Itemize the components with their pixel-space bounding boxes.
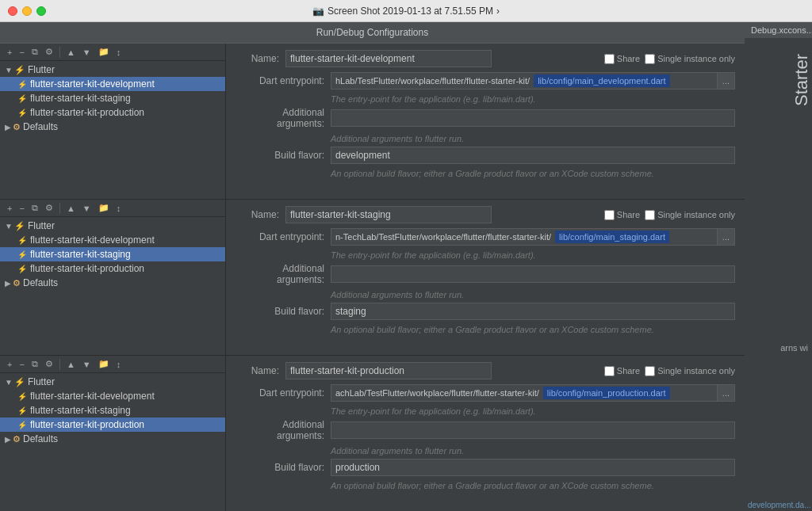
tree-defaults-3[interactable]: ▶ ⚙ Defaults [0,432,225,446]
share-checkbox-2[interactable]: Share [604,210,640,220]
add-button-3[interactable]: + [5,359,14,370]
remove-button-1[interactable]: − [17,47,26,58]
dart-path-highlight-1: lib/config/main_development.dart [534,74,669,87]
folder-button-2[interactable]: 📁 [96,202,112,214]
dart-path-highlight-2: lib/config/main_staging.dart [555,231,669,243]
single-instance-checkbox-3[interactable]: Single instance only [645,366,735,376]
dart-label-1: Dart entrypoint: [236,75,331,86]
title-bar: 📷 Screen Shot 2019-01-13 at 7.51.55 PM › [0,0,812,22]
dart-label-2: Dart entrypoint: [236,231,331,242]
close-button[interactable] [8,6,17,16]
tree-flutter-group-3[interactable]: ▼ ⚡ Flutter [0,375,225,389]
config-icon-3: ⚡ [17,392,27,401]
tree-defaults-2[interactable]: ▶ ⚙ Defaults [0,276,225,290]
tree-flutter-group-1[interactable]: ▼ ⚡ Flutter [0,63,225,77]
dart-row-3: Dart entrypoint: achLab/TestFlutter/work… [236,384,735,402]
folder-button-1[interactable]: 📁 [96,46,112,58]
dart-input-2[interactable]: n-TechLab/TestFlutter/workplace/flutter/… [331,228,718,246]
dart-hint-2: The entry-point for the application (e.g… [331,250,735,260]
down-button-3[interactable]: ▼ [80,359,94,370]
name-input-2[interactable] [285,206,492,223]
tree-item-prod-2[interactable]: ⚡ flutter-starter-kit-production [0,261,225,276]
flavor-hint-2: An optional build flavor; either a Gradl… [331,325,735,334]
dart-input-3[interactable]: achLab/TestFlutter/workplace/flutter/flu… [331,384,718,402]
tree-defaults-1[interactable]: ▶ ⚙ Defaults [0,120,225,134]
name-input-1[interactable] [285,50,492,67]
defaults-icon-2: ⚙ [13,278,21,288]
tree-item-prod-1[interactable]: ⚡ flutter-starter-kit-production [0,105,225,120]
share-check-input-2[interactable] [604,210,615,220]
name-share-row-1: Name: Share Single instance only [236,50,735,67]
args-input-1[interactable] [331,109,735,127]
tree-item-prod-3[interactable]: ⚡ flutter-starter-kit-production [0,418,225,432]
dart-input-1[interactable]: hLab/TestFlutter/workplace/flutter/flutt… [331,72,718,90]
settings-button-3[interactable]: ⚙ [43,358,56,370]
debug-bar: Debug.xccons... [745,22,812,38]
dart-label-3: Dart entrypoint: [236,387,331,399]
remove-button-3[interactable]: − [17,359,26,370]
maximize-button[interactable] [36,6,46,16]
share-checkbox-3[interactable]: Share [604,366,640,376]
single-instance-checkbox-2[interactable]: Single instance only [645,210,735,220]
tree-item-staging-2[interactable]: ⚡ flutter-starter-kit-staging [0,247,225,261]
tree-flutter-group-2[interactable]: ▼ ⚡ Flutter [0,219,225,233]
config-panel-development: + − ⧉ ⚙ ▲ ▼ 📁 ↕ ▼ ⚡ Flutter [0,44,745,200]
sort-button-2[interactable]: ↕ [114,203,124,214]
args-label-1: Additional arguments: [236,107,331,129]
flavor-input-1[interactable] [331,147,735,164]
copy-button-2[interactable]: ⧉ [29,202,40,214]
remove-button-2[interactable]: − [17,203,26,214]
single-instance-check-2[interactable] [645,210,655,220]
down-button-2[interactable]: ▼ [80,203,94,214]
flavor-input-3[interactable] [331,459,735,476]
minimize-button[interactable] [22,6,32,16]
sort-button-3[interactable]: ↕ [114,359,124,370]
tree-item-dev-1[interactable]: ⚡ flutter-starter-kit-development [0,77,225,91]
config-icon-2b: ⚡ [17,250,27,259]
settings-button-2[interactable]: ⚙ [43,202,56,214]
up-button-2[interactable]: ▲ [64,203,78,214]
single-instance-checkbox-1[interactable]: Single instance only [645,54,735,64]
tree-item-staging-3[interactable]: ⚡ flutter-starter-kit-staging [0,403,225,418]
share-checks-3: Share Single instance only [604,366,735,376]
args-input-2[interactable] [331,265,735,283]
sidebar-toolbar-2: + − ⧉ ⚙ ▲ ▼ 📁 ↕ [0,200,225,217]
up-button-3[interactable]: ▲ [64,359,78,370]
single-instance-check-1[interactable] [645,54,655,64]
share-check-input-1[interactable] [604,54,615,64]
flavor-input-2[interactable] [331,303,735,320]
browse-btn-3[interactable]: ... [718,384,735,402]
single-instance-check-3[interactable] [645,366,655,376]
copy-button-3[interactable]: ⧉ [29,358,40,370]
defaults-arrow-1: ▶ [5,123,11,132]
dart-path-plain-3: achLab/TestFlutter/workplace/flutter/flu… [331,387,543,399]
browse-btn-2[interactable]: ... [718,228,735,246]
right-panel: Debug.xccons... Starter arns wi developm… [745,22,812,511]
args-input-3[interactable] [331,421,735,439]
share-checkbox-1[interactable]: Share [604,54,640,64]
up-button-1[interactable]: ▲ [64,47,78,58]
config-icon-2: ⚡ [17,236,27,245]
tree-item-dev-3[interactable]: ⚡ flutter-starter-kit-development [0,389,225,403]
copy-button-1[interactable]: ⧉ [29,46,40,58]
defaults-arrow-3: ▶ [5,435,11,444]
name-input-3[interactable] [285,362,492,379]
down-button-1[interactable]: ▼ [80,47,94,58]
tree-item-staging-1[interactable]: ⚡ flutter-starter-kit-staging [0,91,225,105]
name-label-3: Name: [236,365,279,376]
browse-btn-1[interactable]: ... [718,72,735,90]
dart-path-plain-2: n-TechLab/TestFlutter/workplace/flutter/… [331,231,555,243]
config-icon-1b: ⚡ [17,94,27,103]
sort-button-1[interactable]: ↕ [114,47,124,58]
config-icon-2c: ⚡ [17,265,27,273]
args-hint-3: Additional arguments to flutter run. [331,446,735,456]
title-icon: 📷 [312,6,324,17]
add-button-2[interactable]: + [5,203,14,214]
tree-item-dev-2[interactable]: ⚡ flutter-starter-kit-development [0,233,225,247]
settings-button-1[interactable]: ⚙ [43,46,56,58]
dialog-area: Run/Debug Configurations + − ⧉ ⚙ ▲ ▼ 📁 ↕ [0,22,745,511]
share-check-input-3[interactable] [604,366,615,376]
tree-3: ▼ ⚡ Flutter ⚡ flutter-starter-kit-develo… [0,373,225,511]
add-button-1[interactable]: + [5,47,14,58]
folder-button-3[interactable]: 📁 [96,358,112,370]
